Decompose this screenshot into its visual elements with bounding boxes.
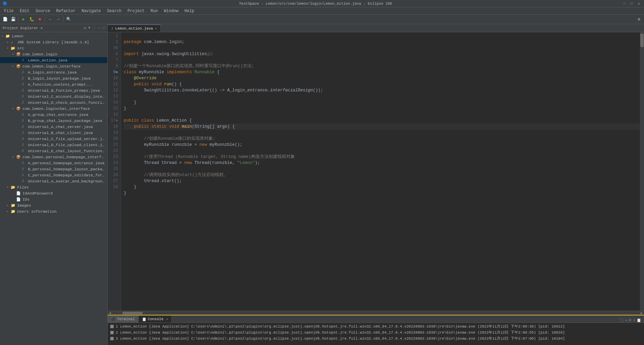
editor-area: J Lemon_Action.java ✕ 1 2 30 6 7 8 9● 10… bbox=[108, 24, 644, 345]
pe-filter-icon[interactable]: ▼ bbox=[88, 26, 90, 30]
menu-refactor[interactable]: Refactor bbox=[53, 8, 78, 14]
line-num: 28 bbox=[108, 184, 118, 190]
line-num: 17● bbox=[108, 118, 118, 124]
pe-collapse-icon[interactable]: ⊟ bbox=[84, 26, 86, 30]
settings-icon[interactable]: ⚙ bbox=[635, 16, 643, 23]
tab-console-close[interactable]: ✕ bbox=[166, 317, 168, 321]
tab-lemon-action[interactable]: J Lemon_Action.java ✕ bbox=[108, 25, 161, 32]
save-button[interactable]: 💾 bbox=[9, 16, 17, 23]
java-file-icon: J bbox=[22, 125, 27, 129]
tree-item-images[interactable]: ▸ 📁 Images bbox=[0, 202, 107, 208]
tree-item-pkg-login-iface[interactable]: ▾ 📦 com.lemon.login_interface bbox=[0, 63, 107, 69]
search-button[interactable]: 🔍 bbox=[65, 16, 72, 23]
tree-item-pkg-chat[interactable]: ▾ 📦 com.lemon.loginchat_interface bbox=[0, 105, 107, 112]
menu-project[interactable]: Project bbox=[125, 8, 147, 14]
tree-item-univ-c[interactable]: ▸ J Universal_C_account_display_interfac… bbox=[0, 93, 107, 99]
menu-source[interactable]: Source bbox=[33, 8, 53, 14]
tree-item-a-group[interactable]: ▸ J A_group_chat_entrance.java bbox=[0, 112, 107, 118]
pe-menu-icon[interactable]: ⋮ bbox=[92, 26, 96, 30]
tree-item-a-func[interactable]: ▸ J A_function_useless_prompt... bbox=[0, 81, 107, 87]
tree-label: IdAndPassword bbox=[23, 191, 53, 196]
tree-item-a-login[interactable]: ▸ J A_login_entrance.java bbox=[0, 69, 107, 75]
minimize-button[interactable]: — bbox=[622, 1, 627, 6]
debug-button[interactable]: 🐛 bbox=[28, 16, 35, 23]
tree-item-pkg-login[interactable]: ▾ 📦 com.lemon.login bbox=[0, 51, 107, 57]
arrow-icon: ▾ bbox=[12, 64, 16, 68]
tree-item-b-personal[interactable]: ▸ J B_personal_homepage_layout_packa... bbox=[0, 166, 107, 172]
toolbar-separator-1 bbox=[18, 16, 18, 23]
menu-window[interactable]: Window bbox=[161, 8, 181, 14]
console-tool-2[interactable]: ✕ bbox=[625, 318, 628, 322]
line-num: 6 bbox=[108, 51, 118, 57]
tree-item-univ-d-client[interactable]: ▸ J Universal_D_file_upload_client.java bbox=[0, 142, 107, 148]
console-tool-1[interactable]: ⬛ bbox=[619, 318, 624, 322]
tree-item-univ-a-srv[interactable]: ▸ J Universal_A_chat_server.java bbox=[0, 124, 107, 130]
scroll-left-arrow[interactable]: ◀ bbox=[108, 311, 112, 315]
tree-item-pkg-personal[interactable]: ▾ 📦 com.lemon.personal_homepage_interfac… bbox=[0, 154, 107, 160]
line-num: 27 bbox=[108, 178, 118, 184]
console-tool-4[interactable]: ⬇ bbox=[633, 318, 635, 322]
horizontal-scrollbar-thumb[interactable] bbox=[122, 312, 143, 314]
tree-item-id-password[interactable]: ▸ 📄 IdAndPassword bbox=[0, 190, 107, 196]
tree-item-users-info[interactable]: ▸ 📁 Users information bbox=[0, 208, 107, 214]
console-tool-5[interactable]: 📋 bbox=[637, 318, 641, 322]
arrow-icon: ▾ bbox=[12, 52, 16, 56]
tree-label: IDs bbox=[23, 197, 30, 202]
editor-vertical-scrollbar[interactable] bbox=[640, 32, 644, 311]
editor-horizontal-scrollbar[interactable]: ◀ ▶ bbox=[108, 311, 644, 315]
tree-label: A_function_useless_prompt... bbox=[28, 82, 93, 87]
scroll-right-arrow[interactable]: ▶ bbox=[639, 311, 644, 315]
tree-item-univ-c-upload[interactable]: ▸ J Universal_C_file_upload_server.java bbox=[0, 136, 107, 142]
toolbar-separator-3 bbox=[63, 16, 64, 23]
tab-terminal[interactable]: ⬛ Terminal bbox=[108, 316, 139, 322]
tree-label: Lemon_Action.java bbox=[28, 58, 67, 62]
tree-label: B_login_layout_package.java bbox=[28, 76, 90, 81]
tree-item-files[interactable]: ▾ 📂 Files bbox=[0, 184, 107, 190]
tree-item-b-group[interactable]: ▸ J B_group_chat_layout_package.java bbox=[0, 118, 107, 124]
forward-button[interactable]: → bbox=[54, 16, 62, 23]
console-toolbar: ⬛ ✕ ⟳ ⬇ 📋 bbox=[616, 318, 644, 322]
tree-item-src[interactable]: ▾ 📂 src bbox=[0, 45, 107, 51]
tab-console[interactable]: 📋 Console ✕ bbox=[139, 316, 172, 322]
menu-run[interactable]: Run bbox=[148, 8, 161, 14]
tree-label: JRE System Library [JavaSE-1.8] bbox=[17, 40, 89, 44]
tree-item-jre[interactable]: ▸ ☕ JRE System Library [JavaSE-1.8] bbox=[0, 39, 107, 45]
menu-edit[interactable]: Edit bbox=[17, 8, 32, 14]
run-button[interactable]: ▶ bbox=[20, 16, 27, 23]
pe-max-icon[interactable]: □ bbox=[102, 26, 105, 30]
tab-close-button[interactable]: ✕ bbox=[155, 27, 157, 31]
menu-help[interactable]: Help bbox=[182, 8, 197, 14]
line-num: 12 bbox=[108, 87, 118, 93]
line-num: 26 bbox=[108, 172, 118, 178]
package-icon: 📦 bbox=[16, 52, 22, 56]
menu-navigate[interactable]: Navigate bbox=[79, 8, 104, 14]
tree-item-univ-e-chat[interactable]: ▸ J Universal_E_chat_layout_function_opt… bbox=[0, 148, 107, 154]
scrollbar-thumb[interactable] bbox=[640, 34, 644, 47]
tree-label: Files bbox=[17, 185, 29, 189]
tree-item-b-login[interactable]: ▸ J B_login_layout_package.java bbox=[0, 75, 107, 81]
tree-item-ids[interactable]: ▸ 📄 IDs bbox=[0, 196, 107, 202]
tree-item-univ-a-avatar[interactable]: ▸ J Universal_A_avatar_and_background_..… bbox=[0, 178, 107, 184]
package-icon: 📦 bbox=[16, 106, 22, 111]
arrow-icon: ▾ bbox=[1, 34, 5, 38]
java-file-icon: J bbox=[22, 131, 27, 135]
pe-min-icon[interactable]: — bbox=[98, 26, 101, 30]
menu-file[interactable]: File bbox=[1, 8, 16, 14]
close-button[interactable]: ✕ bbox=[637, 1, 641, 6]
tree-item-c-personal[interactable]: ▸ J C_personal_homepage_editdata_form... bbox=[0, 172, 107, 178]
tree-item-univ-b[interactable]: ▸ J Universal_B_funtion_promps.java bbox=[0, 87, 107, 93]
tree-item-lemon[interactable]: ▾ 📁 Lemon bbox=[0, 33, 107, 39]
back-button[interactable]: ← bbox=[46, 16, 54, 23]
new-button[interactable]: 📄 bbox=[1, 16, 9, 23]
tree-item-univ-d[interactable]: ▸ J Universal_D_check_account_function.j… bbox=[0, 99, 107, 105]
menu-search[interactable]: Search bbox=[104, 8, 124, 14]
tree-item-lemon-action[interactable]: ▸ J Lemon_Action.java bbox=[0, 57, 107, 63]
tree-item-a-personal[interactable]: ▸ J A_personal_homepage_entrance.java bbox=[0, 160, 107, 166]
line-num: 16 bbox=[108, 112, 118, 118]
code-editor[interactable]: package com.lemon.login; import javax.sw… bbox=[121, 32, 644, 311]
maximize-button[interactable]: □ bbox=[629, 1, 634, 6]
tree-item-univ-b-client[interactable]: ▸ J Universal_B_chat_client.java bbox=[0, 130, 107, 136]
console-tool-3[interactable]: ⟳ bbox=[629, 318, 632, 322]
java-file-icon: J bbox=[22, 82, 27, 86]
stop-button[interactable]: ■ bbox=[36, 16, 43, 23]
